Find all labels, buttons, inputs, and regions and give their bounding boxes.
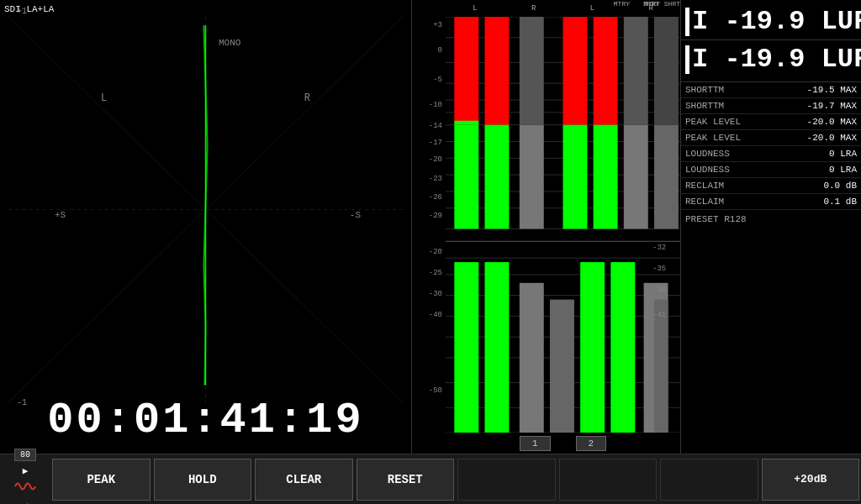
lufs-value-1: I -19.9 LUFS (692, 6, 861, 37)
stats-row-4: LOUDNESS 0 LRA (681, 146, 861, 162)
meters-panel: +3 0 -5 -10 -14 -17 -20 -23 -26 -29 -20 … (412, 0, 681, 454)
bar-gray-2 (624, 125, 648, 229)
scale-label-n40: -40 (429, 311, 442, 319)
scale-label-n26: -26 (429, 193, 442, 202)
vs-plus1-label: +1 (17, 7, 27, 16)
lufs-value-2: I -19.9 LUFS (692, 44, 861, 75)
preset-row: PRESET R128 (681, 210, 861, 228)
header-mtry1: MTRY (614, 0, 630, 8)
empty-btn-3 (660, 459, 758, 501)
scale-label-n20: -20 (429, 155, 442, 164)
stats-row-2: PEAK LEVEL -20.0 MAX (681, 114, 861, 130)
scale-label-n14: -14 (429, 122, 442, 130)
reset-button[interactable]: RESET (357, 459, 455, 501)
bar-R2-red (594, 17, 618, 125)
peak-button[interactable]: PEAK (52, 459, 151, 501)
stats-label-1: SHORTTM (685, 101, 724, 111)
rscale-n38: -38 (652, 286, 666, 294)
bar-L1-peak (454, 121, 478, 125)
scale-label-n10: -10 (429, 101, 442, 109)
bot-bar-L2 (580, 262, 605, 433)
lufs-bar-2 (685, 45, 689, 74)
stats-label-2: PEAK LEVEL (685, 117, 741, 127)
stats-label-0: SHORTTM (685, 85, 724, 95)
stats-value-6: 0.0 dB (823, 181, 857, 191)
rscale-n35: -35 (652, 265, 666, 273)
header-r1: R (531, 4, 536, 13)
vectorscope-panel: SDI LA+LA +1 MONO L R +S -S -1 00:01:41:… (0, 0, 412, 454)
bar-R2-green (594, 125, 618, 229)
bar-R1-red (485, 17, 510, 125)
lufs-bar-1 (685, 8, 689, 36)
bar-gray-3 (654, 125, 679, 229)
lufs-display-2: I -19.9 LUFS (681, 40, 861, 82)
stats-label-4: LOUDNESS (685, 149, 730, 159)
stats-value-3: -20.0 MAX (807, 133, 857, 143)
scale-label-n5: -5 (433, 76, 442, 84)
stats-value-7: 0.1 dB (823, 197, 857, 207)
scale-label-n30: -30 (429, 290, 442, 298)
waveform-icon (13, 479, 37, 498)
empty-btn-1 (457, 459, 556, 501)
stats-label-7: RECLAIM (685, 197, 724, 207)
bot-bar-R2 (610, 262, 635, 433)
stats-panel: I -19.9 LUFS I -19.9 LUFS SHORTTM -19.5 … (681, 0, 861, 454)
stats-row-3: PEAK LEVEL -20.0 MAX (681, 130, 861, 146)
scale-label-n20b: -20 (429, 248, 442, 256)
stats-value-2: -20.0 MAX (807, 117, 857, 127)
bar-gray-1-top (520, 17, 544, 125)
bar-gray-3-top (654, 17, 679, 125)
stats-row-5: LOUDNESS 0 LRA (681, 162, 861, 178)
bar-L2-red (563, 17, 588, 125)
back-button[interactable]: ◀ (23, 501, 28, 505)
vectorscope-title: SDI LA+LA (4, 4, 54, 14)
scale-label-n29: -29 (429, 212, 442, 220)
level-indicator: 80 (14, 449, 36, 461)
scale-label-n17: -17 (429, 139, 442, 147)
meter-bars-svg (446, 17, 680, 433)
stats-label-5: LOUDNESS (685, 165, 730, 175)
stats-value-5: 0 LRA (829, 165, 857, 175)
hold-button[interactable]: HOLD (154, 459, 252, 501)
timecode-display: 00:01:41:19 (47, 396, 363, 445)
tab-labels: 1 2 (446, 433, 680, 454)
empty-btn-2 (559, 459, 658, 501)
tab-1[interactable]: 1 (520, 436, 551, 451)
bot-bar-gray2 (550, 300, 574, 433)
header-l1: L (473, 4, 477, 13)
bot-bar-gray1 (520, 283, 544, 433)
bar-L2-green (563, 125, 588, 229)
meter-headers: L R L R MTRY SHRT MTRY SHRT (446, 0, 680, 17)
scale-label-n25: -25 (429, 269, 442, 277)
bar-gray-1 (520, 125, 544, 229)
toolbar-left-icons: 80 ▶ ◀ (0, 444, 50, 505)
scale-label-n50: -50 (429, 386, 442, 395)
scale-label-0: 0 (438, 46, 442, 55)
bot-bar-gray4 (654, 300, 668, 433)
tab-2[interactable]: 2 (576, 436, 607, 451)
play-button[interactable]: ▶ (23, 465, 29, 476)
stats-label-3: PEAK LEVEL (685, 133, 741, 143)
stats-row-7: RECLAIM 0.1 dB (681, 194, 861, 210)
vectorscope-display (8, 17, 403, 402)
stats-row-0: SHORTTM -19.5 MAX (681, 82, 861, 98)
clear-button[interactable]: CLEAR (255, 459, 353, 501)
scale-label-p3: +3 (433, 21, 442, 29)
bot-bar-R1 (485, 262, 510, 433)
rscale-n41: -41 (652, 311, 666, 319)
stats-row-6: RECLAIM 0.0 dB (681, 178, 861, 194)
header-mtry2: MTRY SHRT (644, 0, 680, 8)
plus20-button[interactable]: +20dB (762, 459, 860, 501)
header-l2: L (590, 4, 594, 13)
rscale-n32: -32 (652, 244, 666, 252)
bot-bar-L1 (454, 262, 478, 433)
stats-value-1: -19.7 MAX (807, 101, 857, 111)
stats-value-4: 0 LRA (829, 149, 857, 159)
bar-R1-green (485, 125, 510, 229)
bar-L1-green (454, 125, 478, 229)
bar-L1-red (454, 17, 478, 125)
stats-row-1: SHORTTM -19.7 MAX (681, 98, 861, 114)
toolbar: 80 ▶ ◀ PEAK HOLD CLEAR RESET +20dB (0, 454, 861, 504)
lufs-display-1: I -19.9 LUFS (681, 0, 861, 40)
scale-label-n23: -23 (429, 175, 442, 183)
